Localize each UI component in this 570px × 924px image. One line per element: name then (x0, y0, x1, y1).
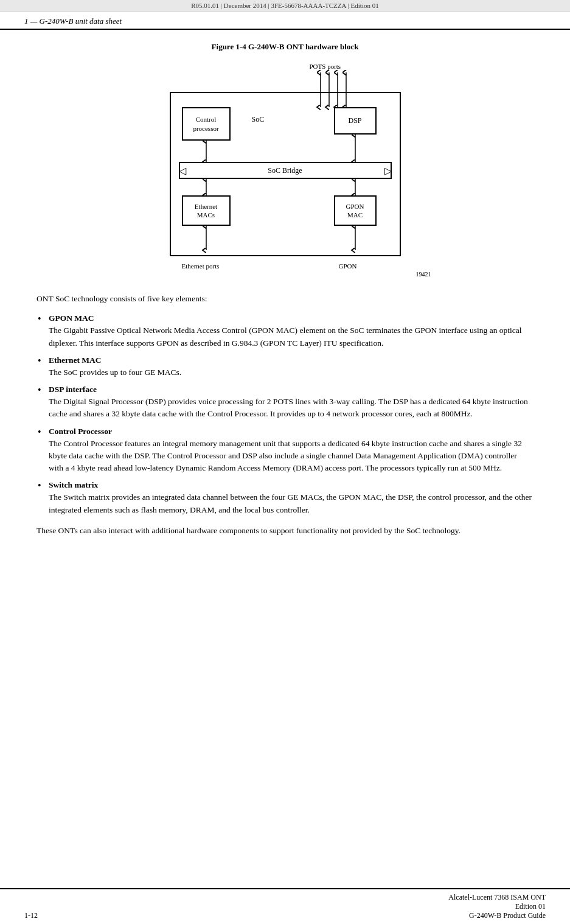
section-title: 1 — G-240W-B unit data sheet (24, 16, 122, 26)
soc-bridge-bar: SoC Bridge ◁ ▷ (179, 162, 392, 179)
bullet-title-0: GPON MAC (49, 313, 94, 323)
footer-right: Alcatel-Lucent 7368 ISAM ONT Edition 01 … (448, 893, 546, 920)
header-bar: R05.01.01 | December 2014 | 3FE-56678-AA… (0, 0, 570, 12)
list-item: Ethernet MAC The SoC provides up to four… (49, 355, 534, 379)
bullet-body-2: The Digital Signal Processor (DSP) provi… (49, 396, 534, 421)
gpon-mac-box: GPONMAC (334, 195, 377, 226)
bullet-title-3: Control Processor (49, 427, 112, 436)
closing-text: These ONTs can also interact with additi… (36, 525, 534, 537)
figure-title: Figure 1-4 G-240W-B ONT hardware block (36, 42, 534, 52)
page-footer: 1-12 Alcatel-Lucent 7368 ISAM ONT Editio… (0, 888, 570, 924)
soc-label: SoC (252, 115, 265, 124)
page-header: 1 — G-240W-B unit data sheet (0, 12, 570, 30)
header-bar-text: R05.01.01 | December 2014 | 3FE-56678-AA… (191, 2, 378, 9)
ethernet-macs-label: EthernetMACs (195, 202, 217, 220)
hardware-diagram: POTS ports Controlprocessor SoC DSP SoC … (133, 61, 437, 281)
list-item: DSP interface The Digital Signal Process… (49, 385, 534, 421)
control-processor-box: Controlprocessor (182, 107, 231, 141)
control-processor-label: Controlprocessor (193, 115, 218, 133)
bullet-title-1: Ethernet MAC (49, 355, 102, 365)
main-content: Figure 1-4 G-240W-B ONT hardware block (0, 42, 570, 537)
footer-edition: Edition 01 (448, 902, 546, 911)
ethernet-macs-box: EthernetMACs (182, 195, 231, 226)
list-item: GPON MAC The Gigabit Passive Optical Net… (49, 313, 534, 349)
bullet-body-1: The SoC provides up to four GE MACs. (49, 366, 534, 379)
list-item: Switch matrix The Switch matrix provides… (49, 480, 534, 516)
dsp-label: DSP (348, 116, 361, 125)
body-intro: ONT SoC technology consists of five key … (36, 293, 534, 305)
page-number: 1-12 (24, 911, 38, 920)
bullet-body-3: The Control Processor features an integr… (49, 438, 534, 475)
pots-ports-label: POTS ports (310, 63, 341, 70)
gpon-mac-label: GPONMAC (346, 202, 364, 220)
diagram-container: POTS ports Controlprocessor SoC DSP SoC … (36, 61, 534, 281)
footer-company: Alcatel-Lucent 7368 ISAM ONT (448, 893, 546, 902)
ethernet-ports-label: Ethernet ports (182, 262, 220, 270)
bullet-title-2: DSP interface (49, 385, 97, 394)
gpon-label: GPON (339, 262, 357, 270)
bullet-list: GPON MAC The Gigabit Passive Optical Net… (49, 313, 534, 516)
footer-product: G-240W-B Product Guide (448, 911, 546, 920)
bullet-body-0: The Gigabit Passive Optical Network Medi… (49, 324, 534, 349)
dsp-box: DSP (334, 107, 377, 135)
bullet-title-4: Switch matrix (49, 480, 98, 489)
list-item: Control Processor The Control Processor … (49, 427, 534, 475)
bullet-body-4: The Switch matrix provides an integrated… (49, 491, 534, 516)
image-number: 19421 (416, 271, 431, 278)
soc-bridge-label: SoC Bridge (268, 166, 302, 175)
